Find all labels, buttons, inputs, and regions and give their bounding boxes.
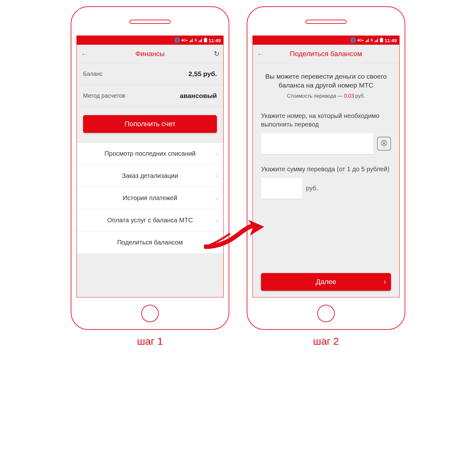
menu-item-order-details[interactable]: Заказ детализации › [77, 165, 223, 187]
method-row: Метод расчетов авансовый [77, 85, 223, 107]
contacts-button[interactable] [377, 137, 391, 151]
page-title: Поделиться балансом [253, 50, 399, 58]
contact-icon [380, 139, 388, 148]
back-icon[interactable]: ← [257, 50, 265, 58]
signal-icon-2 [375, 38, 379, 43]
svg-rect-1 [204, 38, 207, 42]
tutorial-diagram: 🌐 4G+ R 11:49 [71, 6, 405, 347]
menu-item-pay-services[interactable]: Оплата услуг с баланса МТС › [77, 209, 223, 232]
step-2-label: шаг 2 [313, 336, 339, 347]
step-1-label: шаг 1 [137, 336, 163, 347]
phone-speaker [129, 20, 171, 24]
signal-icon [189, 38, 193, 43]
menu-item-share-balance[interactable]: Поделиться балансом › [77, 232, 223, 254]
menu-item-label: Заказ детализации [122, 172, 178, 179]
method-value: авансовый [180, 92, 217, 100]
status-bar: 🌐 4G+ R 11:49 [77, 36, 223, 45]
transfer-form: Вы можете перевести деньги со своего бал… [253, 63, 399, 297]
app-header: ← Поделиться балансом [253, 45, 399, 63]
fee-text: Стоимость перевода — 0.03 руб. [261, 93, 391, 99]
menu-item-payment-history[interactable]: История платежей › [77, 187, 223, 209]
globe-icon: 🌐 [350, 37, 356, 43]
home-button[interactable] [141, 305, 159, 322]
svg-rect-0 [205, 38, 206, 38]
menu-item-label: Просмотр последних списаний [104, 150, 195, 157]
globe-icon: 🌐 [174, 37, 180, 43]
method-label: Метод расчетов [83, 93, 125, 99]
next-button[interactable]: Далее › [261, 273, 391, 291]
svg-rect-3 [381, 38, 382, 38]
app-header: ← Финансы ↻ [77, 45, 223, 63]
page-title: Финансы [77, 50, 223, 58]
amount-field-block: Укажите сумму перевода (от 1 до 5 рублей… [261, 165, 391, 199]
phone-speaker [305, 20, 347, 24]
home-button[interactable] [317, 305, 335, 322]
phone-field-block: Укажите номер, на который необходимо вып… [261, 112, 391, 154]
refresh-icon[interactable]: ↻ [214, 50, 219, 58]
signal-roaming-icon: R [371, 39, 373, 42]
status-bar: 🌐 4G+ R 11:49 [253, 36, 399, 45]
balance-value: 2,55 руб. [188, 70, 217, 78]
svg-point-6 [383, 141, 385, 143]
menu-item-recent-charges[interactable]: Просмотр последних списаний › [77, 143, 223, 165]
menu-item-label: История платежей [123, 194, 177, 202]
phone-input-label: Укажите номер, на который необходимо вып… [261, 112, 391, 129]
chevron-right-icon: › [384, 278, 386, 286]
back-icon[interactable]: ← [81, 50, 89, 58]
status-time: 11:49 [385, 38, 397, 43]
status-icons: 🌐 4G+ R [174, 37, 207, 43]
fee-suffix: руб. [354, 93, 365, 99]
screen-2: 🌐 4G+ R 11:49 [252, 36, 400, 297]
flow-arrow-icon [204, 217, 255, 248]
transfer-intro: Вы можете перевести деньги со своего бал… [261, 72, 391, 99]
finance-menu: Просмотр последних списаний › Заказ дета… [77, 143, 223, 254]
signal-roaming-icon: R [195, 39, 197, 42]
fee-prefix: Стоимость перевода — [287, 93, 344, 99]
signal-icon [365, 38, 369, 43]
status-icons: 🌐 4G+ R [350, 37, 383, 43]
battery-icon [204, 38, 207, 43]
amount-unit: руб. [306, 185, 318, 192]
signal-icon-2 [199, 38, 203, 43]
battery-icon [380, 38, 383, 43]
phone-input[interactable] [261, 133, 373, 154]
4g-icon: 4G+ [357, 39, 364, 42]
menu-item-label: Поделиться балансом [117, 239, 183, 246]
phone-frame-1: 🌐 4G+ R 11:49 [71, 6, 229, 330]
fee-value: 0.03 [344, 93, 354, 99]
next-button-label: Далее [316, 278, 336, 286]
amount-input[interactable] [261, 178, 302, 199]
amount-input-label: Укажите сумму перевода (от 1 до 5 рублей… [261, 165, 391, 173]
step-1-column: 🌐 4G+ R 11:49 [71, 6, 229, 347]
chevron-right-icon: › [216, 194, 218, 202]
phone-frame-2: 🌐 4G+ R 11:49 [247, 6, 405, 330]
topup-button[interactable]: Пополнить счет [83, 115, 217, 133]
intro-text: Вы можете перевести деньги со своего бал… [261, 72, 391, 90]
chevron-right-icon: › [216, 172, 218, 179]
topup-button-label: Пополнить счет [125, 120, 175, 128]
phone-input-row [261, 133, 391, 154]
menu-item-label: Оплата услуг с баланса МТС [107, 217, 193, 224]
svg-rect-4 [380, 38, 383, 42]
topup-section: Пополнить счет [77, 107, 223, 143]
4g-icon: 4G+ [181, 39, 188, 42]
balance-row: Баланс 2,55 руб. [77, 63, 223, 85]
amount-input-row: руб. [261, 178, 391, 199]
chevron-right-icon: › [216, 150, 218, 157]
step-2-column: 🌐 4G+ R 11:49 [247, 6, 405, 347]
screen-1: 🌐 4G+ R 11:49 [76, 36, 224, 297]
status-time: 11:49 [209, 38, 221, 43]
balance-label: Баланс [83, 71, 102, 77]
